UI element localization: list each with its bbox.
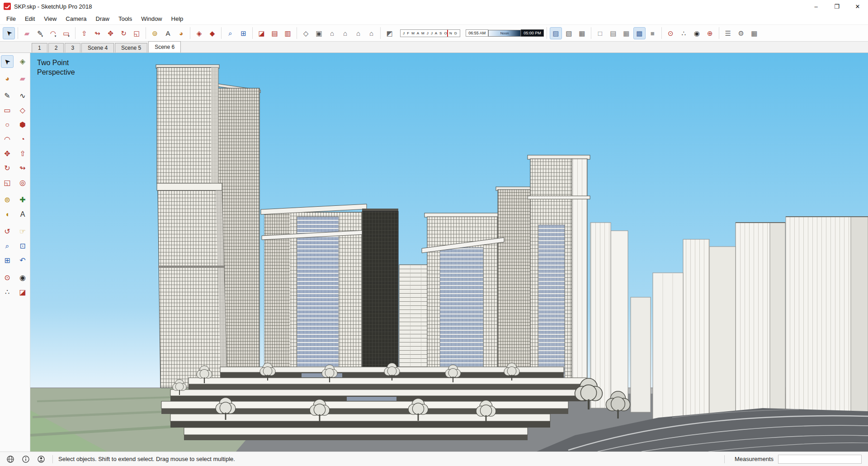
text-tool-button[interactable]: A bbox=[16, 208, 29, 221]
hidden-geometry-tool-button[interactable]: ▦ bbox=[576, 27, 588, 39]
menu-draw[interactable]: Draw bbox=[91, 13, 114, 24]
menu-tools[interactable]: Tools bbox=[114, 13, 137, 24]
x-ray-tool-button[interactable]: ▨ bbox=[550, 27, 562, 39]
info-icon[interactable] bbox=[22, 455, 30, 463]
menu-window[interactable]: Window bbox=[137, 13, 166, 24]
scene-tab-2[interactable]: 2 bbox=[48, 43, 64, 52]
protractor-tool-button[interactable]: ◖ bbox=[1, 208, 14, 221]
arc-tool-button[interactable]: ◠ bbox=[1, 133, 14, 146]
shaded-with-textures-tool-button[interactable]: ▩ bbox=[633, 27, 646, 39]
shadow-toggle-tool-button[interactable]: ◩ bbox=[383, 27, 396, 39]
menu-edit[interactable]: Edit bbox=[20, 13, 39, 24]
select-tool-button[interactable]: ➤ bbox=[1, 55, 14, 68]
scene-tab-scene-5[interactable]: Scene 5 bbox=[115, 43, 147, 52]
walk-tool-button[interactable]: ∴ bbox=[678, 27, 690, 39]
left-view-tool-button[interactable]: ⌂ bbox=[365, 27, 377, 39]
preferences-tool-button[interactable]: ⚙ bbox=[735, 27, 747, 39]
rotate-tool-button[interactable]: ↻ bbox=[1, 162, 14, 175]
push-pull-tool-button[interactable]: ⇧ bbox=[16, 147, 29, 160]
scale-tool-button[interactable]: ◱ bbox=[131, 27, 143, 39]
position-camera-tool-button[interactable]: ⊙ bbox=[665, 27, 677, 39]
scale-tool-button[interactable]: ◱ bbox=[1, 176, 14, 189]
menu-help[interactable]: Help bbox=[167, 13, 188, 24]
model-viewport[interactable]: Two Point Perspective bbox=[30, 53, 868, 452]
tower-a[interactable] bbox=[156, 65, 260, 388]
menu-view[interactable]: View bbox=[39, 13, 61, 24]
follow-me-tool-button[interactable]: ↬ bbox=[16, 162, 29, 175]
monochrome-tool-button[interactable]: ■ bbox=[646, 27, 659, 39]
scene-tab-scene-6[interactable]: Scene 6 bbox=[148, 41, 181, 52]
model-canvas[interactable] bbox=[30, 53, 868, 452]
tape-measure-tool-button[interactable]: ⊚ bbox=[149, 27, 161, 39]
line-tool-button[interactable]: ✎ bbox=[1, 90, 14, 102]
push-pull-tool-button[interactable]: ⇧ bbox=[78, 27, 90, 39]
back-edges-tool-button[interactable]: ▧ bbox=[563, 27, 575, 39]
top-view-tool-button[interactable]: ▣ bbox=[313, 27, 325, 39]
zoom-window-tool-button[interactable]: ⊡ bbox=[16, 240, 29, 252]
move-tool-button[interactable]: ✥ bbox=[104, 27, 117, 39]
pie-tool-button[interactable]: ◔ bbox=[16, 133, 29, 146]
make-group-tool-button[interactable]: ◆ bbox=[206, 27, 218, 39]
look-around-tool-button[interactable]: ◉ bbox=[691, 27, 703, 39]
zoom-extents-tool-button[interactable]: ⊞ bbox=[237, 27, 250, 39]
section-plane-tool-button[interactable]: ◪ bbox=[16, 286, 29, 299]
rectangle-tool-button[interactable]: ▭ bbox=[1, 104, 14, 117]
circle-tool-button[interactable]: ○ bbox=[1, 119, 14, 131]
line-tool-button[interactable]: ✎▾ bbox=[34, 27, 46, 39]
line-dropdown-caret[interactable]: ▾ bbox=[42, 34, 43, 39]
rectangle-dropdown-caret[interactable]: ▾ bbox=[68, 34, 70, 39]
move-tool-button[interactable]: ✥ bbox=[1, 147, 14, 160]
shadow-date-slider[interactable]: J F M A M J J A S O N D bbox=[400, 29, 460, 37]
extension-warehouse-tool-button[interactable]: ▦ bbox=[748, 27, 760, 39]
offset-tool-button[interactable]: ◎ bbox=[16, 176, 29, 189]
rotated-rectangle-tool-button[interactable]: ◇ bbox=[16, 104, 29, 117]
follow-me-tool-button[interactable]: ↬ bbox=[91, 27, 104, 39]
zoom-extents-tool-button[interactable]: ⊞ bbox=[1, 254, 14, 267]
hidden-line-tool-button[interactable]: ▤ bbox=[607, 27, 619, 39]
text-tool-button[interactable]: A bbox=[162, 27, 174, 39]
front-view-tool-button[interactable]: ⌂ bbox=[326, 27, 338, 39]
display-section-cuts-tool-button[interactable]: ▥ bbox=[282, 27, 294, 39]
menu-file[interactable]: File bbox=[2, 13, 20, 24]
freehand-tool-button[interactable]: ∿ bbox=[16, 90, 29, 102]
zoom-tool-button[interactable]: ⌕ bbox=[1, 240, 14, 252]
display-section-planes-tool-button[interactable]: ▤ bbox=[269, 27, 281, 39]
scene-tab-1[interactable]: 1 bbox=[32, 43, 47, 52]
look-around-tool-button[interactable]: ◉ bbox=[16, 271, 29, 284]
user-icon[interactable] bbox=[37, 455, 45, 463]
geolocation-icon[interactable] bbox=[6, 455, 14, 463]
close-button[interactable]: ✕ bbox=[847, 0, 868, 13]
rectangle-tool-button[interactable]: ▭▾ bbox=[60, 27, 72, 39]
position-camera-tool-button[interactable]: ⊙ bbox=[1, 271, 14, 284]
walk-tool-button[interactable]: ∴ bbox=[1, 286, 14, 299]
minimize-button[interactable]: – bbox=[806, 0, 826, 13]
zoom-tool-button[interactable]: ⌕ bbox=[224, 27, 236, 39]
back-view-tool-button[interactable]: ⌂ bbox=[352, 27, 364, 39]
eraser-tool-button[interactable]: ▰ bbox=[16, 72, 29, 85]
shadow-time-bar[interactable]: Noon bbox=[488, 30, 521, 37]
add-location-tool-button[interactable]: ⊕ bbox=[704, 27, 716, 39]
dark-building[interactable] bbox=[362, 209, 398, 388]
shadow-date-marker[interactable] bbox=[447, 30, 448, 37]
tower-b[interactable] bbox=[261, 204, 367, 388]
menu-camera[interactable]: Camera bbox=[61, 13, 91, 24]
select-tool-button[interactable]: ➤ bbox=[3, 27, 15, 39]
shadow-time-slider[interactable]: 06:55 AMNoon05:00 PM bbox=[466, 29, 544, 37]
model-info-tool-button[interactable]: ☰ bbox=[722, 27, 734, 39]
rotate-tool-button[interactable]: ↻ bbox=[118, 27, 130, 39]
pan-tool-button[interactable]: ☞ bbox=[16, 225, 29, 238]
scene-tab-scene-4[interactable]: Scene 4 bbox=[81, 43, 114, 52]
section-plane-tool-button[interactable]: ◪ bbox=[255, 27, 268, 39]
polygon-tool-button[interactable]: ⬢ bbox=[16, 119, 29, 131]
maximize-button[interactable]: ❐ bbox=[826, 0, 847, 13]
orbit-tool-button[interactable]: ↺ bbox=[1, 225, 14, 238]
tape-measure-tool-button[interactable]: ⊚ bbox=[1, 194, 14, 206]
measurements-input[interactable] bbox=[778, 455, 862, 464]
previous-view-tool-button[interactable]: ↶ bbox=[16, 254, 29, 267]
paint-bucket-tool-button[interactable]: ◕ bbox=[175, 27, 187, 39]
eraser-tool-button[interactable]: ▰ bbox=[21, 27, 33, 39]
axes-tool-button[interactable]: ✚ bbox=[16, 194, 29, 206]
scene-tab-3[interactable]: 3 bbox=[65, 43, 80, 52]
make-component-tool-button[interactable]: ◈ bbox=[16, 55, 29, 68]
right-view-tool-button[interactable]: ⌂ bbox=[339, 27, 351, 39]
